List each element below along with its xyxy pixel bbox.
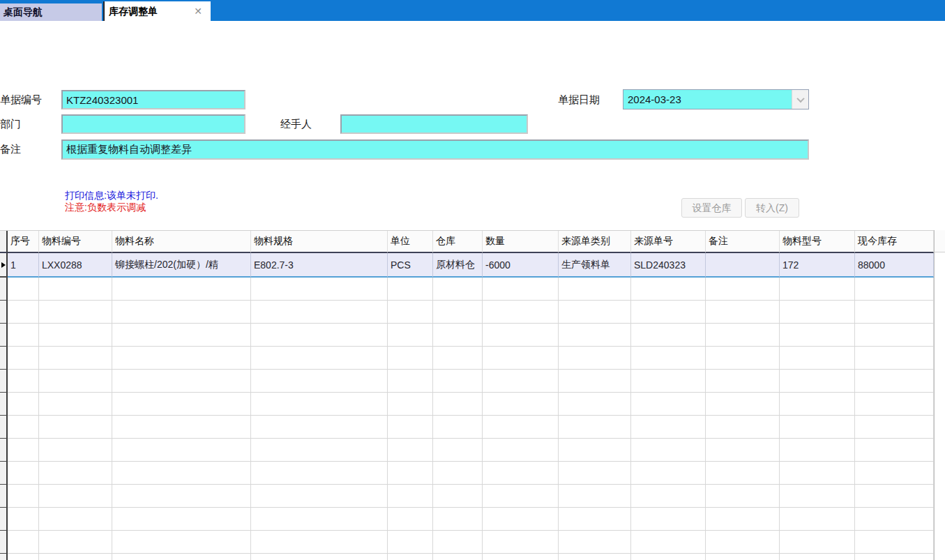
empty-cell[interactable]: [388, 531, 433, 554]
table-row-empty[interactable]: [0, 531, 934, 554]
table-row-empty[interactable]: [0, 393, 934, 416]
empty-cell[interactable]: [112, 370, 251, 393]
empty-cell[interactable]: [39, 324, 112, 347]
empty-cell[interactable]: [388, 324, 433, 347]
empty-cell[interactable]: [780, 462, 855, 485]
table-row-empty[interactable]: [0, 462, 934, 485]
table-row-empty[interactable]: [0, 416, 934, 439]
table-row-empty[interactable]: [0, 485, 934, 508]
cell-warehouse[interactable]: 原材料仓: [433, 253, 483, 278]
empty-cell[interactable]: [780, 278, 855, 301]
cell-unit[interactable]: PCS: [388, 253, 433, 278]
empty-cell[interactable]: [631, 508, 706, 531]
empty-cell[interactable]: [112, 324, 251, 347]
empty-cell[interactable]: [388, 347, 433, 370]
empty-cell[interactable]: [433, 508, 483, 531]
empty-cell[interactable]: [483, 393, 559, 416]
empty-cell[interactable]: [855, 508, 934, 531]
cell-remark[interactable]: [706, 253, 780, 278]
empty-cell[interactable]: [706, 278, 780, 301]
empty-cell[interactable]: [631, 370, 706, 393]
empty-cell[interactable]: [855, 531, 934, 554]
empty-cell[interactable]: [631, 301, 706, 324]
empty-cell[interactable]: [433, 416, 483, 439]
row-selector[interactable]: [0, 462, 8, 485]
empty-cell[interactable]: [559, 508, 631, 531]
empty-cell[interactable]: [855, 439, 934, 462]
table-row-empty[interactable]: [0, 554, 934, 560]
set-warehouse-button[interactable]: 设置仓库: [681, 198, 742, 218]
close-icon[interactable]: ✕: [192, 1, 204, 21]
empty-cell[interactable]: [8, 485, 39, 508]
col-header-material-name[interactable]: 物料名称: [112, 231, 251, 253]
empty-cell[interactable]: [112, 393, 251, 416]
empty-cell[interactable]: [706, 301, 780, 324]
empty-cell[interactable]: [8, 347, 39, 370]
empty-cell[interactable]: [706, 485, 780, 508]
cell-source-no[interactable]: SLD240323: [631, 253, 706, 278]
empty-cell[interactable]: [559, 531, 631, 554]
empty-cell[interactable]: [39, 462, 112, 485]
empty-cell[interactable]: [39, 416, 112, 439]
empty-cell[interactable]: [559, 554, 631, 560]
empty-cell[interactable]: [112, 554, 251, 560]
empty-cell[interactable]: [706, 416, 780, 439]
col-header-seq[interactable]: 序号: [8, 231, 39, 253]
row-selector[interactable]: [0, 278, 8, 301]
row-selector[interactable]: [0, 370, 8, 393]
empty-cell[interactable]: [388, 370, 433, 393]
cell-source-type[interactable]: 生产领料单: [559, 253, 631, 278]
empty-cell[interactable]: [112, 485, 251, 508]
cell-quantity[interactable]: -6000: [483, 253, 559, 278]
tab-inventory-adjustment[interactable]: 库存调整单 ✕: [103, 1, 211, 21]
empty-cell[interactable]: [433, 531, 483, 554]
empty-cell[interactable]: [433, 462, 483, 485]
empty-cell[interactable]: [39, 531, 112, 554]
empty-cell[interactable]: [706, 531, 780, 554]
empty-cell[interactable]: [251, 347, 388, 370]
empty-cell[interactable]: [8, 370, 39, 393]
empty-cell[interactable]: [483, 416, 559, 439]
cell-material-code[interactable]: LXX0288: [39, 253, 112, 278]
empty-cell[interactable]: [855, 347, 934, 370]
empty-cell[interactable]: [251, 462, 388, 485]
empty-cell[interactable]: [855, 301, 934, 324]
empty-cell[interactable]: [706, 393, 780, 416]
empty-cell[interactable]: [8, 416, 39, 439]
empty-cell[interactable]: [388, 393, 433, 416]
empty-cell[interactable]: [433, 347, 483, 370]
row-selector[interactable]: [0, 324, 8, 347]
cell-material-spec[interactable]: E802.7-3: [251, 253, 388, 278]
col-header-material-spec[interactable]: 物料规格: [251, 231, 388, 253]
empty-cell[interactable]: [780, 370, 855, 393]
empty-cell[interactable]: [8, 508, 39, 531]
empty-cell[interactable]: [8, 554, 39, 560]
empty-cell[interactable]: [112, 347, 251, 370]
empty-cell[interactable]: [559, 301, 631, 324]
row-selector[interactable]: [0, 508, 8, 531]
empty-cell[interactable]: [483, 370, 559, 393]
empty-cell[interactable]: [706, 324, 780, 347]
row-selector[interactable]: [0, 554, 8, 560]
empty-cell[interactable]: [39, 554, 112, 560]
empty-cell[interactable]: [780, 531, 855, 554]
empty-cell[interactable]: [559, 370, 631, 393]
department-field[interactable]: [61, 114, 245, 134]
doc-date-picker[interactable]: 2024-03-23: [623, 89, 809, 109]
empty-cell[interactable]: [631, 278, 706, 301]
empty-cell[interactable]: [433, 439, 483, 462]
empty-cell[interactable]: [483, 508, 559, 531]
empty-cell[interactable]: [112, 416, 251, 439]
empty-cell[interactable]: [706, 554, 780, 560]
empty-cell[interactable]: [706, 439, 780, 462]
empty-cell[interactable]: [388, 554, 433, 560]
empty-cell[interactable]: [631, 324, 706, 347]
transfer-in-button[interactable]: 转入(Z): [745, 198, 799, 218]
row-selector[interactable]: [0, 416, 8, 439]
empty-cell[interactable]: [559, 324, 631, 347]
empty-cell[interactable]: [112, 278, 251, 301]
empty-cell[interactable]: [559, 439, 631, 462]
empty-cell[interactable]: [780, 416, 855, 439]
empty-cell[interactable]: [112, 462, 251, 485]
empty-cell[interactable]: [483, 324, 559, 347]
